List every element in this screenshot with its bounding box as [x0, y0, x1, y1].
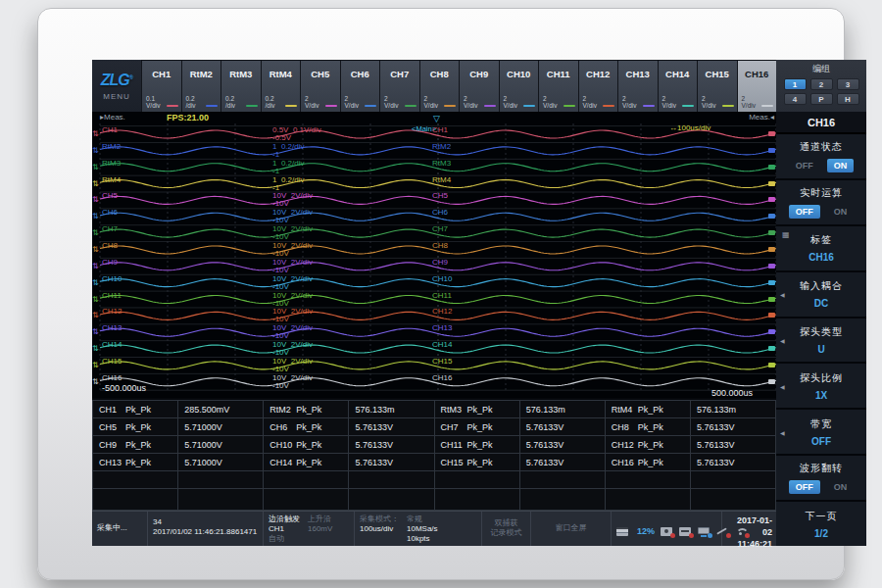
- group-button-2[interactable]: 2: [810, 78, 833, 90]
- channel-position-marker-CH5[interactable]: ⇅: [92, 195, 99, 204]
- channel-name-label: CH13: [102, 323, 122, 332]
- section-label: 带宽: [810, 417, 832, 431]
- channel-position-marker-CH13[interactable]: ⇅: [92, 327, 99, 336]
- channel-tab-CH8[interactable]: CH82V/div: [420, 61, 460, 112]
- group-button-1[interactable]: 1: [784, 78, 807, 90]
- channel-tab-CH10[interactable]: CH102V/div: [500, 61, 539, 112]
- channel-position-marker-CH8[interactable]: ⇅: [92, 245, 99, 254]
- channel-position-marker-RtM2[interactable]: ⇅: [92, 146, 99, 155]
- channel-right-marker-CH10[interactable]: [768, 280, 775, 285]
- channel-right-marker-CH12[interactable]: [768, 313, 775, 318]
- channel-right-marker-RtM3[interactable]: [768, 165, 775, 170]
- channel-position-marker-CH12[interactable]: ⇅: [92, 311, 99, 319]
- channel-right-marker-CH9[interactable]: [768, 264, 775, 269]
- channel-position-marker-CH7[interactable]: ⇅: [92, 228, 99, 237]
- channel-right-marker-CH7[interactable]: [768, 230, 775, 235]
- channel-tab-CH9[interactable]: CH92V/div: [460, 61, 499, 112]
- sidebar-section-probe-ratio[interactable]: ◀探头比例1X: [776, 364, 866, 408]
- brand-logo: ZLG®: [101, 72, 132, 89]
- channel-tab-CH6[interactable]: CH62V/div: [341, 61, 380, 112]
- channel-tab-CH1[interactable]: CH10.1V/div: [142, 61, 181, 112]
- trigger-info[interactable]: 边沿触发 CH1 自动 上升沿 160mV: [264, 512, 355, 546]
- channel-right-marker-CH11[interactable]: [768, 297, 775, 302]
- waveform-plot[interactable]: ▸Meas. FPS:21.00 Meas.◂ ▽ <Main> ↔100us/…: [92, 112, 776, 398]
- channel-right-marker-CH6[interactable]: [768, 214, 775, 219]
- acq-points: 10kpts: [407, 534, 438, 544]
- channel-tab-CH7[interactable]: CH72V/div: [380, 61, 419, 112]
- sidebar-section-input-coupling[interactable]: ◀输入耦合DC: [776, 272, 866, 317]
- channel-tab-RtM2[interactable]: RtM20.2/div: [182, 61, 221, 112]
- fullscreen-button[interactable]: 窗口全屏: [531, 512, 612, 546]
- trigger-mode: 自动: [269, 534, 300, 544]
- expand-left-icon[interactable]: ◀: [780, 291, 785, 298]
- sidebar-section-waveform-invert[interactable]: 波形翻转OFFON: [776, 456, 866, 500]
- channel-right-marker-CH15[interactable]: [768, 363, 775, 368]
- channel-tab-CH12[interactable]: CH122V/div: [579, 61, 618, 112]
- channel-position-marker-CH1[interactable]: ⇅: [92, 129, 99, 138]
- channel-position-marker-CH10[interactable]: ⇅: [92, 278, 99, 287]
- sidebar-section-realtime-math[interactable]: 实时运算OFFON: [776, 180, 866, 224]
- group-button-H[interactable]: H: [837, 93, 859, 105]
- channel-tab-CH5[interactable]: CH52V/div: [301, 61, 340, 112]
- group-button-P[interactable]: P: [810, 93, 833, 105]
- section-label: 波形翻转: [800, 462, 843, 475]
- channel-right-marker-CH1[interactable]: [768, 131, 775, 136]
- sidebar-section-bandwidth[interactable]: ◀带宽OFF: [776, 410, 866, 454]
- meas-bar-right[interactable]: Meas.◂: [749, 113, 774, 122]
- tab-scale-label: 2V/div: [622, 95, 636, 109]
- channel-tab-CH14[interactable]: CH142V/div: [659, 61, 698, 112]
- channel-position-marker-CH9[interactable]: ⇅: [92, 262, 99, 270]
- toggle-off[interactable]: OFF: [789, 159, 820, 172]
- channel-right-marker-RtM4[interactable]: [768, 181, 775, 186]
- expand-left-icon[interactable]: ◀: [780, 428, 785, 435]
- channel-scale-bottom-label: -10V: [272, 331, 289, 340]
- sidebar-section-next-page[interactable]: 下一页1/2: [776, 502, 866, 546]
- tab-name-label: RtM2: [182, 69, 221, 79]
- channel-tab-CH13[interactable]: CH132V/div: [618, 61, 658, 112]
- channel-position-marker-RtM4[interactable]: ⇅: [92, 179, 99, 188]
- toggle-on[interactable]: ON: [827, 205, 855, 219]
- sidebar-section-channel-state[interactable]: 通道状态OFFON: [776, 134, 866, 178]
- expand-left-icon[interactable]: ◀: [780, 382, 785, 389]
- channel-right-marker-CH8[interactable]: [768, 247, 775, 252]
- menu-button[interactable]: ZLG® MENU: [92, 60, 141, 112]
- channel-right-marker-CH16[interactable]: [768, 379, 775, 384]
- channel-position-marker-RtM3[interactable]: ⇅: [92, 163, 99, 172]
- record-mode-button[interactable]: 双捕获 记录模式: [482, 512, 531, 546]
- channel-tab-CH16[interactable]: CH162V/div: [738, 61, 777, 112]
- toggle-off[interactable]: OFF: [789, 205, 820, 219]
- channel-right-marker-CH14[interactable]: [768, 346, 775, 351]
- channel-position-marker-CH11[interactable]: ⇅: [92, 295, 99, 304]
- channel-right-marker-CH13[interactable]: [768, 329, 775, 334]
- trigger-marker-icon[interactable]: ▽: [433, 114, 440, 123]
- channel-tab-CH11[interactable]: CH112V/div: [539, 61, 578, 112]
- channel-position-marker-CH15[interactable]: ⇅: [92, 361, 99, 369]
- group-button-4[interactable]: 4: [784, 93, 807, 105]
- toggle[interactable]: OFFON: [789, 205, 855, 219]
- channel-position-marker-CH16[interactable]: ⇅: [92, 377, 99, 386]
- acq-mode-value: 常规: [407, 514, 438, 524]
- toggle[interactable]: OFFON: [789, 159, 855, 172]
- section-value: DC: [814, 298, 828, 309]
- sidebar-section-probe-type[interactable]: ◀探头类型U: [776, 318, 866, 363]
- acquisition-info[interactable]: 采集模式： 100us/div 常规 10MSa/s 10kpts: [355, 512, 482, 546]
- channel-tab-RtM3[interactable]: RtM30.2/div: [221, 61, 261, 112]
- camera-icon: [661, 526, 673, 537]
- channel-position-marker-CH14[interactable]: ⇅: [92, 344, 99, 353]
- toggle[interactable]: OFFON: [789, 480, 855, 494]
- waveform-canvas: [92, 112, 776, 398]
- channel-position-marker-CH6[interactable]: ⇅: [92, 212, 99, 220]
- meas-bar-left[interactable]: ▸Meas.: [100, 113, 125, 122]
- sidebar-section-label[interactable]: ▦标签CH16: [776, 226, 866, 270]
- channel-tab-CH15[interactable]: CH152V/div: [698, 61, 737, 112]
- oscilloscope-screen: ZLG® MENU CH10.1V/divRtM20.2/divRtM30.2/…: [92, 60, 866, 546]
- toggle-on[interactable]: ON: [827, 159, 855, 172]
- channel-right-marker-RtM2[interactable]: [768, 148, 775, 153]
- toggle-off[interactable]: OFF: [789, 480, 820, 494]
- channel-tab-RtM4[interactable]: RtM40.2/div: [262, 61, 301, 112]
- toggle-on[interactable]: ON: [827, 480, 855, 494]
- meas-cell-empty: [519, 489, 605, 511]
- expand-left-icon[interactable]: ◀: [780, 337, 785, 344]
- channel-right-marker-CH5[interactable]: [768, 197, 775, 202]
- group-button-3[interactable]: 3: [837, 78, 859, 90]
